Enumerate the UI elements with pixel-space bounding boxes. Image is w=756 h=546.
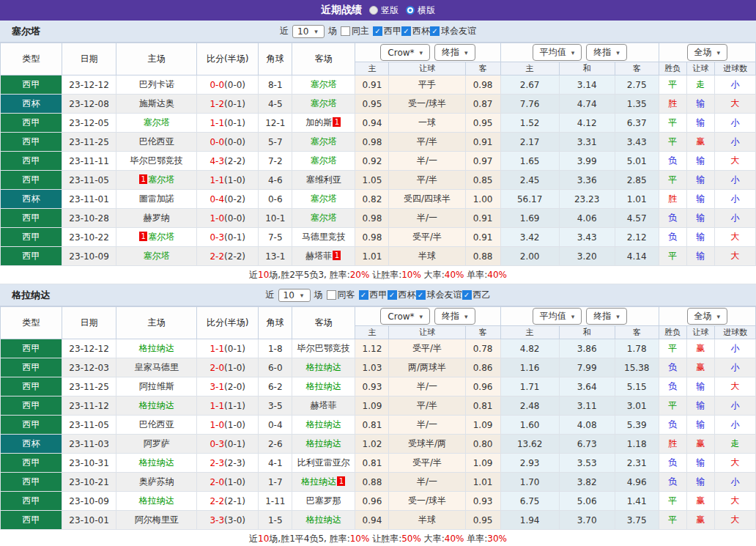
away-team[interactable]: 格拉纳达 (292, 377, 355, 396)
checkbox-checked-icon[interactable]: ✓ (373, 26, 382, 36)
home-team[interactable]: 巴列卡诺 (116, 75, 197, 95)
recent-count-select[interactable]: 10 ▾ (278, 289, 311, 302)
away-team[interactable]: 格拉纳达 (292, 511, 355, 530)
fulltime-select[interactable]: 全场▾ (687, 308, 728, 325)
team-name[interactable]: 塞尔塔 (311, 79, 337, 89)
team-name[interactable]: 比利亚雷亚尔 (297, 457, 350, 468)
team-name[interactable]: 赫塔菲 (311, 400, 337, 410)
home-team[interactable]: 格拉纳达 (116, 339, 197, 358)
radio-icon[interactable] (369, 6, 378, 15)
checkbox-checked-icon[interactable]: ✓ (430, 26, 440, 36)
avg-stage-select[interactable]: 终指▾ (586, 308, 627, 325)
checkbox-unchecked-icon[interactable] (327, 290, 336, 300)
team-name[interactable]: 塞尔塔 (311, 213, 337, 223)
home-team[interactable]: 巴伦西亚 (116, 133, 197, 152)
team-name[interactable]: 巴伦西亚 (139, 419, 174, 429)
home-team[interactable]: 塞尔塔 (116, 247, 197, 266)
away-team[interactable]: 格拉纳达 (292, 435, 355, 454)
home-team[interactable]: 阿拉维斯 (116, 377, 197, 396)
home-team[interactable]: 毕尔巴鄂竞技 (116, 152, 197, 171)
radio-vertical-layout[interactable]: 竖版 (369, 4, 399, 17)
team-name[interactable]: 格拉纳达 (306, 419, 341, 429)
team-name[interactable]: 巴塞罗那 (306, 495, 341, 506)
league-filter[interactable]: ✓西甲 (373, 25, 401, 37)
team-name[interactable]: 塞尔塔 (311, 155, 337, 166)
away-team[interactable]: 塞尔塔 (292, 152, 355, 171)
bookmaker-select[interactable]: Crow*▾ (380, 308, 430, 325)
fulltime-select[interactable]: 全场▾ (687, 44, 728, 61)
same-side-filter[interactable]: 同主 (341, 25, 369, 37)
home-team[interactable]: 塞尔塔 (116, 114, 197, 133)
bookmaker-select[interactable]: Crow*▾ (380, 44, 430, 61)
radio-horizontal-layout[interactable]: 横版 (406, 4, 435, 17)
away-team[interactable]: 塞尔塔 (292, 75, 355, 95)
away-team[interactable]: 加的斯1 (292, 114, 355, 133)
checkbox-checked-icon[interactable]: ✓ (401, 26, 411, 36)
team-name[interactable]: 格拉纳达 (306, 381, 341, 391)
away-team[interactable]: 塞尔塔 (292, 95, 355, 114)
team-name[interactable]: 塞尔塔 (311, 136, 337, 147)
same-side-filter[interactable]: 同客 (327, 289, 355, 301)
team-name[interactable]: 塞尔塔 (148, 232, 174, 242)
league-filter[interactable]: ✓西杯 (388, 289, 416, 301)
home-team[interactable]: 赫罗纳 (116, 209, 197, 228)
team-name[interactable]: 塞维利亚 (306, 174, 341, 185)
team-name[interactable]: 巴伦西亚 (139, 136, 174, 147)
away-team[interactable]: 赫塔菲1 (292, 247, 355, 266)
checkbox-unchecked-icon[interactable] (341, 26, 350, 36)
home-team[interactable]: 格拉纳达 (116, 396, 197, 416)
team-name[interactable]: 格拉纳达 (139, 343, 174, 353)
recent-count-select[interactable]: 10 ▾ (292, 25, 325, 38)
league-filter[interactable]: ✓球会友谊 (416, 289, 462, 301)
away-team[interactable]: 格拉纳达1 (292, 473, 355, 492)
away-team[interactable]: 巴塞罗那 (292, 492, 355, 511)
team-name[interactable]: 阿罗萨 (144, 438, 170, 449)
team-name[interactable]: 塞尔塔 (144, 117, 170, 128)
league-filter[interactable]: ✓西乙 (462, 289, 491, 301)
avg-stage-select[interactable]: 终指▾ (586, 44, 627, 61)
team-name[interactable]: 格拉纳达 (306, 438, 341, 449)
league-filter[interactable]: ✓西甲 (359, 289, 388, 301)
team-name[interactable]: 赫塔菲 (305, 251, 332, 261)
average-select[interactable]: 平均值▾ (533, 44, 582, 61)
team-name[interactable]: 格拉纳达 (306, 514, 341, 525)
home-team[interactable]: 阿尔梅里亚 (116, 511, 197, 530)
home-team[interactable]: 巴伦西亚 (116, 416, 197, 435)
home-team[interactable]: 格拉纳达 (116, 492, 197, 511)
away-team[interactable]: 塞维利亚 (292, 171, 355, 190)
average-select[interactable]: 平均值▾ (533, 308, 582, 325)
home-team[interactable]: 施斯达奥 (116, 95, 197, 114)
away-team[interactable]: 塞尔塔 (292, 209, 355, 228)
home-team[interactable]: 阿罗萨 (116, 435, 197, 454)
team-name[interactable]: 格拉纳达 (139, 400, 174, 410)
away-team[interactable]: 马德里竞技 (292, 228, 355, 247)
home-team[interactable]: 1塞尔塔 (116, 171, 197, 190)
team-name[interactable]: 赫罗纳 (144, 213, 170, 223)
away-team[interactable]: 赫塔菲 (292, 396, 355, 416)
team-name[interactable]: 格拉纳达 (139, 457, 174, 468)
team-name[interactable]: 马德里竞技 (302, 232, 346, 242)
home-team[interactable]: 皇家马德里 (116, 358, 197, 377)
team-name[interactable]: 格拉纳达 (139, 495, 174, 506)
team-name[interactable]: 奥萨苏纳 (139, 476, 174, 487)
away-team[interactable]: 格拉纳达 (292, 416, 355, 435)
team-name[interactable]: 巴列卡诺 (139, 79, 174, 89)
home-team[interactable]: 圖雷加諾 (116, 190, 197, 209)
team-name[interactable]: 塞尔塔 (144, 251, 170, 261)
team-name[interactable]: 施斯达奥 (139, 98, 174, 108)
odds-stage-select[interactable]: 终指▾ (434, 308, 475, 325)
team-name[interactable]: 塞尔塔 (311, 98, 337, 108)
away-team[interactable]: 塞尔塔 (292, 133, 355, 152)
checkbox-checked-icon[interactable]: ✓ (416, 290, 426, 300)
team-name[interactable]: 毕尔巴鄂竞技 (297, 343, 350, 353)
away-team[interactable]: 毕尔巴鄂竞技 (292, 339, 355, 358)
home-team[interactable]: 1塞尔塔 (116, 228, 197, 247)
team-name[interactable]: 圖雷加諾 (139, 193, 174, 204)
team-name[interactable]: 塞尔塔 (148, 174, 174, 185)
away-team[interactable]: 比利亚雷亚尔 (292, 454, 355, 473)
team-name[interactable]: 格拉纳达 (306, 362, 341, 372)
home-team[interactable]: 格拉纳达 (116, 454, 197, 473)
away-team[interactable]: 塞尔塔 (292, 190, 355, 209)
odds-stage-select[interactable]: 终指▾ (434, 44, 475, 61)
radio-selected-icon[interactable] (406, 6, 415, 15)
